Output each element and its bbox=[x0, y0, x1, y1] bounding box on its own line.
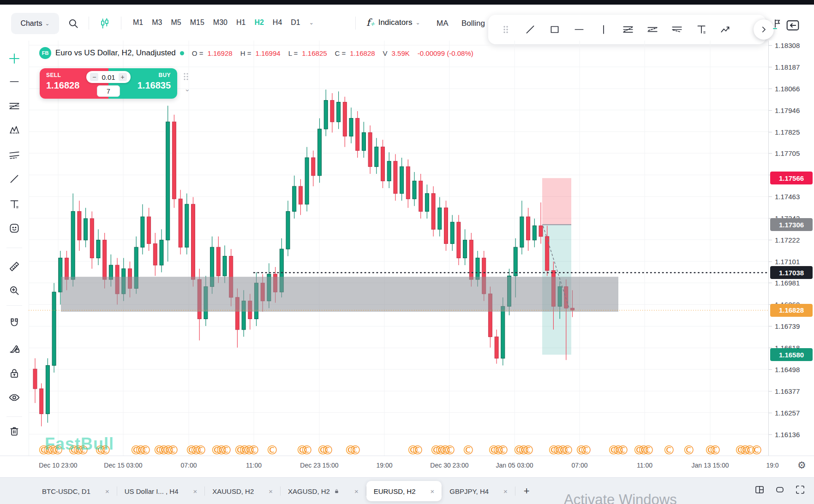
price-tick-label: 1.16739 bbox=[775, 322, 800, 330]
drawing-toolbar-expand-button[interactable] bbox=[754, 19, 774, 40]
fib-retracement-icon[interactable] bbox=[618, 19, 638, 40]
crosshair-plus-icon[interactable] bbox=[6, 50, 23, 67]
fullscreen-icon[interactable] bbox=[795, 484, 806, 495]
price-badge-alert-level[interactable]: 1.17038 bbox=[770, 266, 813, 279]
time-tick-label: 19:00 bbox=[376, 462, 392, 469]
horizontal-line-icon[interactable] bbox=[569, 19, 589, 40]
search-icon[interactable] bbox=[67, 18, 79, 30]
price-axis[interactable]: 1.183081.181871.180661.179461.178251.177… bbox=[768, 41, 814, 456]
lot-size-value[interactable]: 0.01 bbox=[102, 73, 115, 81]
charts-menu-button[interactable]: Charts ⌄ bbox=[11, 13, 59, 34]
timeframe-m30[interactable]: M30 bbox=[213, 18, 227, 27]
emoji-icon[interactable] bbox=[6, 220, 23, 237]
timeframe-h4[interactable]: H4 bbox=[273, 18, 282, 27]
indicator-shortcut-bollinger[interactable]: Bolling bbox=[461, 19, 485, 28]
sidebar-divider bbox=[6, 416, 22, 417]
lock-icon bbox=[334, 488, 340, 494]
trend-line-icon[interactable] bbox=[6, 171, 23, 187]
time-tick-label: Jan 13 15:00 bbox=[692, 462, 729, 469]
price-badge-take-profit[interactable]: 1.16580 bbox=[770, 348, 813, 361]
tab-eurusd[interactable]: EURUSD, H2× bbox=[366, 481, 442, 501]
vertical-line-icon[interactable] bbox=[593, 19, 614, 40]
magnet-icon[interactable] bbox=[6, 314, 23, 331]
collapse-panel-icon[interactable] bbox=[785, 18, 800, 32]
text-icon[interactable] bbox=[691, 19, 712, 40]
parallel-channel-icon[interactable] bbox=[6, 146, 23, 163]
rectangle-icon[interactable] bbox=[545, 19, 565, 40]
trend-line-icon[interactable] bbox=[520, 19, 540, 40]
time-axis[interactable]: ⚙ Dec 10 23:00Dec 15 03:0007:0011:00Dec … bbox=[0, 456, 814, 478]
price-badge-stop-loss[interactable]: 1.17566 bbox=[770, 172, 813, 184]
tab-btc-usdc[interactable]: BTC-USDC, D1× bbox=[35, 481, 117, 501]
tab-us-dollar-i-[interactable]: US Dollar I... , H4× bbox=[117, 481, 204, 501]
candlestick-chart[interactable]: ©©©©©©©©©©©©©©©©©©©©©©©©©©©©©©©©©©©©©©©©… bbox=[29, 41, 768, 456]
chart-style-candles-icon[interactable] bbox=[99, 18, 111, 30]
trash-icon[interactable] bbox=[6, 423, 23, 439]
price-tick-label: 1.17946 bbox=[775, 106, 800, 114]
chart-settings-gear-icon[interactable]: ⚙ bbox=[797, 460, 806, 471]
tab-close-icon[interactable]: × bbox=[193, 487, 197, 495]
tab-gbpjpy[interactable]: GBPJPY, H4× bbox=[442, 481, 515, 501]
event-marker-icon: © bbox=[522, 443, 535, 456]
tab-close-icon[interactable]: × bbox=[503, 487, 508, 495]
order-panel-drag-handle[interactable] bbox=[183, 72, 189, 81]
chart-pane[interactable]: ©©©©©©©©©©©©©©©©©©©©©©©©©©©©©©©©©©©©©©©©… bbox=[29, 41, 768, 456]
tab-close-icon[interactable]: × bbox=[105, 487, 109, 495]
timeframe-more-chevron-icon[interactable]: ⌄ bbox=[309, 19, 314, 26]
indicator-shortcut-ma[interactable]: MA bbox=[437, 19, 449, 28]
tab-label: XAUUSD, H2 bbox=[212, 487, 254, 495]
timeframe-m5[interactable]: M5 bbox=[171, 18, 181, 27]
price-badge-entry[interactable]: 1.17306 bbox=[770, 218, 813, 231]
timeframe-m1[interactable]: M1 bbox=[133, 18, 143, 27]
lot-increase-button[interactable]: + bbox=[119, 73, 127, 81]
time-tick-label: Jan 05 03:00 bbox=[496, 462, 533, 469]
zoom-in-icon[interactable] bbox=[6, 282, 23, 299]
timeframe-m3[interactable]: M3 bbox=[152, 18, 162, 27]
time-tick-label: 19:0 bbox=[766, 462, 778, 469]
fib-retracement-icon[interactable] bbox=[6, 98, 23, 114]
drag-handle-icon[interactable] bbox=[496, 19, 516, 40]
event-marker-icon: © bbox=[220, 443, 233, 456]
timeframe-group: M1M3M5M15M30H1H2H4D1⌄ bbox=[133, 18, 314, 27]
symbol-name[interactable]: Euro vs US Dollar, H2, Unadjusted bbox=[55, 48, 176, 58]
eye-icon[interactable] bbox=[6, 389, 23, 406]
quantity-field[interactable]: 7 bbox=[97, 85, 120, 97]
stop-loss-zone bbox=[542, 178, 571, 225]
brush-lock-icon[interactable] bbox=[6, 340, 23, 356]
timeframe-h1[interactable]: H1 bbox=[236, 18, 245, 27]
low-label: L = bbox=[288, 49, 298, 57]
price-tick-label: 1.18066 bbox=[775, 85, 800, 93]
event-marker-icon: © bbox=[322, 443, 334, 456]
open-value: 1.16928 bbox=[207, 49, 232, 57]
text-icon[interactable] bbox=[6, 196, 23, 213]
flag-icon[interactable] bbox=[772, 18, 783, 30]
close-label: C = bbox=[335, 49, 346, 57]
tab-close-icon[interactable]: × bbox=[431, 487, 435, 495]
lock-icon[interactable] bbox=[6, 365, 23, 382]
event-marker-icon: © bbox=[497, 443, 509, 456]
layout-grid-icon[interactable] bbox=[754, 484, 765, 495]
add-tab-button[interactable]: + bbox=[515, 485, 538, 497]
price-badge-last-price[interactable]: 1.16828 bbox=[770, 304, 813, 317]
market-open-dot-icon bbox=[180, 51, 184, 55]
timeframe-d1[interactable]: D1 bbox=[291, 18, 300, 27]
polyline-icon[interactable] bbox=[716, 19, 736, 40]
fib-extension-icon[interactable] bbox=[667, 19, 687, 40]
tab-close-icon[interactable]: × bbox=[354, 487, 359, 495]
fib-channel-icon[interactable] bbox=[642, 19, 663, 40]
order-panel-collapse-chevron[interactable]: ⌄ bbox=[184, 85, 190, 93]
tab-close-icon[interactable]: × bbox=[269, 487, 273, 495]
price-tick-mark bbox=[769, 132, 772, 132]
tab-xauusd[interactable]: XAUUSD, H2× bbox=[205, 481, 280, 501]
ruler-icon[interactable] bbox=[6, 258, 23, 275]
event-marker-icon: © bbox=[562, 443, 574, 456]
tab-xagusd[interactable]: XAGUSD, H2× bbox=[281, 481, 366, 501]
horizontal-line-icon[interactable] bbox=[6, 73, 23, 90]
timeframe-h2[interactable]: H2 bbox=[254, 18, 263, 27]
lot-decrease-button[interactable]: − bbox=[90, 73, 98, 81]
maximize-icon[interactable] bbox=[774, 484, 785, 495]
indicators-button[interactable]: f+ Indicators ⌄ bbox=[366, 17, 420, 28]
pitchfork-icon[interactable] bbox=[6, 122, 23, 138]
tab-bar-right-icons bbox=[754, 484, 806, 495]
timeframe-m15[interactable]: M15 bbox=[190, 18, 204, 27]
